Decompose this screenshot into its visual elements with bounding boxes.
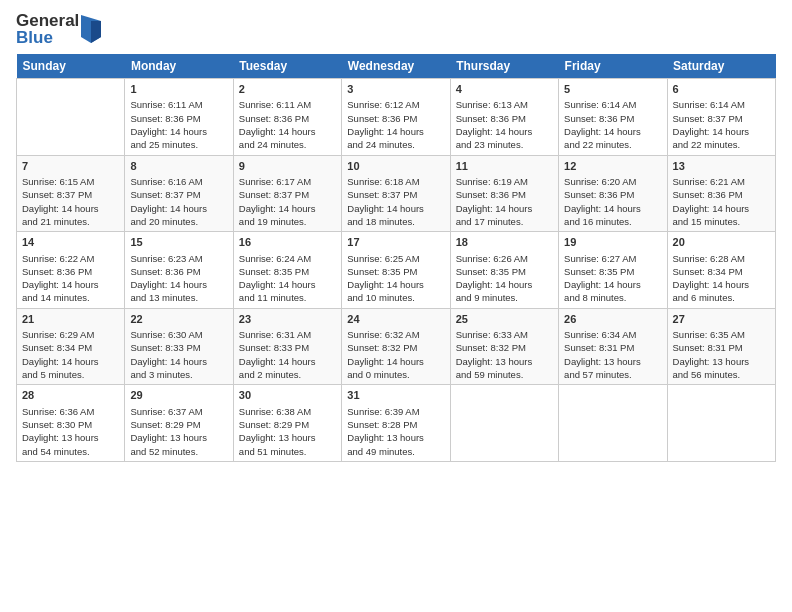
day-4: 4Sunrise: 6:13 AM Sunset: 8:36 PM Daylig… bbox=[450, 79, 558, 156]
day-18: 18Sunrise: 6:26 AM Sunset: 8:35 PM Dayli… bbox=[450, 232, 558, 309]
weekday-monday: Monday bbox=[125, 54, 233, 79]
day-number-30: 30 bbox=[239, 388, 336, 403]
day-number-21: 21 bbox=[22, 312, 119, 327]
logo: General Blue bbox=[16, 12, 101, 46]
day-number-16: 16 bbox=[239, 235, 336, 250]
day-number-6: 6 bbox=[673, 82, 770, 97]
day-info-23: Sunrise: 6:31 AM Sunset: 8:33 PM Dayligh… bbox=[239, 328, 336, 381]
day-number-22: 22 bbox=[130, 312, 227, 327]
day-number-4: 4 bbox=[456, 82, 553, 97]
day-number-24: 24 bbox=[347, 312, 444, 327]
day-number-29: 29 bbox=[130, 388, 227, 403]
day-info-3: Sunrise: 6:12 AM Sunset: 8:36 PM Dayligh… bbox=[347, 98, 444, 151]
day-info-24: Sunrise: 6:32 AM Sunset: 8:32 PM Dayligh… bbox=[347, 328, 444, 381]
day-7: 7Sunrise: 6:15 AM Sunset: 8:37 PM Daylig… bbox=[17, 155, 125, 232]
day-15: 15Sunrise: 6:23 AM Sunset: 8:36 PM Dayli… bbox=[125, 232, 233, 309]
day-info-31: Sunrise: 6:39 AM Sunset: 8:28 PM Dayligh… bbox=[347, 405, 444, 458]
day-16: 16Sunrise: 6:24 AM Sunset: 8:35 PM Dayli… bbox=[233, 232, 341, 309]
logo-icon bbox=[81, 15, 101, 43]
day-empty bbox=[450, 385, 558, 462]
calendar-table: SundayMondayTuesdayWednesdayThursdayFrid… bbox=[16, 54, 776, 462]
day-info-16: Sunrise: 6:24 AM Sunset: 8:35 PM Dayligh… bbox=[239, 252, 336, 305]
day-8: 8Sunrise: 6:16 AM Sunset: 8:37 PM Daylig… bbox=[125, 155, 233, 232]
day-17: 17Sunrise: 6:25 AM Sunset: 8:35 PM Dayli… bbox=[342, 232, 450, 309]
weekday-saturday: Saturday bbox=[667, 54, 775, 79]
day-number-10: 10 bbox=[347, 159, 444, 174]
day-info-25: Sunrise: 6:33 AM Sunset: 8:32 PM Dayligh… bbox=[456, 328, 553, 381]
day-number-8: 8 bbox=[130, 159, 227, 174]
day-number-27: 27 bbox=[673, 312, 770, 327]
day-empty bbox=[17, 79, 125, 156]
weekday-sunday: Sunday bbox=[17, 54, 125, 79]
day-3: 3Sunrise: 6:12 AM Sunset: 8:36 PM Daylig… bbox=[342, 79, 450, 156]
day-info-14: Sunrise: 6:22 AM Sunset: 8:36 PM Dayligh… bbox=[22, 252, 119, 305]
day-number-23: 23 bbox=[239, 312, 336, 327]
day-number-15: 15 bbox=[130, 235, 227, 250]
day-number-19: 19 bbox=[564, 235, 661, 250]
day-number-17: 17 bbox=[347, 235, 444, 250]
day-number-13: 13 bbox=[673, 159, 770, 174]
header: General Blue bbox=[16, 12, 776, 46]
day-info-22: Sunrise: 6:30 AM Sunset: 8:33 PM Dayligh… bbox=[130, 328, 227, 381]
day-info-6: Sunrise: 6:14 AM Sunset: 8:37 PM Dayligh… bbox=[673, 98, 770, 151]
day-info-29: Sunrise: 6:37 AM Sunset: 8:29 PM Dayligh… bbox=[130, 405, 227, 458]
weekday-thursday: Thursday bbox=[450, 54, 558, 79]
day-info-18: Sunrise: 6:26 AM Sunset: 8:35 PM Dayligh… bbox=[456, 252, 553, 305]
day-6: 6Sunrise: 6:14 AM Sunset: 8:37 PM Daylig… bbox=[667, 79, 775, 156]
day-empty bbox=[667, 385, 775, 462]
day-24: 24Sunrise: 6:32 AM Sunset: 8:32 PM Dayli… bbox=[342, 308, 450, 385]
day-number-7: 7 bbox=[22, 159, 119, 174]
day-9: 9Sunrise: 6:17 AM Sunset: 8:37 PM Daylig… bbox=[233, 155, 341, 232]
week-row-4: 21Sunrise: 6:29 AM Sunset: 8:34 PM Dayli… bbox=[17, 308, 776, 385]
day-19: 19Sunrise: 6:27 AM Sunset: 8:35 PM Dayli… bbox=[559, 232, 667, 309]
day-31: 31Sunrise: 6:39 AM Sunset: 8:28 PM Dayli… bbox=[342, 385, 450, 462]
week-row-5: 28Sunrise: 6:36 AM Sunset: 8:30 PM Dayli… bbox=[17, 385, 776, 462]
day-11: 11Sunrise: 6:19 AM Sunset: 8:36 PM Dayli… bbox=[450, 155, 558, 232]
day-number-12: 12 bbox=[564, 159, 661, 174]
weekday-wednesday: Wednesday bbox=[342, 54, 450, 79]
day-10: 10Sunrise: 6:18 AM Sunset: 8:37 PM Dayli… bbox=[342, 155, 450, 232]
day-info-7: Sunrise: 6:15 AM Sunset: 8:37 PM Dayligh… bbox=[22, 175, 119, 228]
day-number-2: 2 bbox=[239, 82, 336, 97]
day-2: 2Sunrise: 6:11 AM Sunset: 8:36 PM Daylig… bbox=[233, 79, 341, 156]
day-26: 26Sunrise: 6:34 AM Sunset: 8:31 PM Dayli… bbox=[559, 308, 667, 385]
week-row-1: 1Sunrise: 6:11 AM Sunset: 8:36 PM Daylig… bbox=[17, 79, 776, 156]
day-5: 5Sunrise: 6:14 AM Sunset: 8:36 PM Daylig… bbox=[559, 79, 667, 156]
day-number-5: 5 bbox=[564, 82, 661, 97]
weekday-tuesday: Tuesday bbox=[233, 54, 341, 79]
day-12: 12Sunrise: 6:20 AM Sunset: 8:36 PM Dayli… bbox=[559, 155, 667, 232]
day-info-30: Sunrise: 6:38 AM Sunset: 8:29 PM Dayligh… bbox=[239, 405, 336, 458]
day-1: 1Sunrise: 6:11 AM Sunset: 8:36 PM Daylig… bbox=[125, 79, 233, 156]
day-number-11: 11 bbox=[456, 159, 553, 174]
day-number-1: 1 bbox=[130, 82, 227, 97]
day-info-17: Sunrise: 6:25 AM Sunset: 8:35 PM Dayligh… bbox=[347, 252, 444, 305]
day-number-9: 9 bbox=[239, 159, 336, 174]
day-23: 23Sunrise: 6:31 AM Sunset: 8:33 PM Dayli… bbox=[233, 308, 341, 385]
day-29: 29Sunrise: 6:37 AM Sunset: 8:29 PM Dayli… bbox=[125, 385, 233, 462]
day-info-12: Sunrise: 6:20 AM Sunset: 8:36 PM Dayligh… bbox=[564, 175, 661, 228]
day-info-11: Sunrise: 6:19 AM Sunset: 8:36 PM Dayligh… bbox=[456, 175, 553, 228]
week-row-2: 7Sunrise: 6:15 AM Sunset: 8:37 PM Daylig… bbox=[17, 155, 776, 232]
day-number-20: 20 bbox=[673, 235, 770, 250]
weekday-header-row: SundayMondayTuesdayWednesdayThursdayFrid… bbox=[17, 54, 776, 79]
page: General Blue SundayMondayTuesdayWednesda… bbox=[0, 0, 792, 612]
day-number-18: 18 bbox=[456, 235, 553, 250]
day-info-27: Sunrise: 6:35 AM Sunset: 8:31 PM Dayligh… bbox=[673, 328, 770, 381]
day-info-28: Sunrise: 6:36 AM Sunset: 8:30 PM Dayligh… bbox=[22, 405, 119, 458]
day-number-28: 28 bbox=[22, 388, 119, 403]
day-28: 28Sunrise: 6:36 AM Sunset: 8:30 PM Dayli… bbox=[17, 385, 125, 462]
day-number-26: 26 bbox=[564, 312, 661, 327]
day-number-3: 3 bbox=[347, 82, 444, 97]
day-21: 21Sunrise: 6:29 AM Sunset: 8:34 PM Dayli… bbox=[17, 308, 125, 385]
day-14: 14Sunrise: 6:22 AM Sunset: 8:36 PM Dayli… bbox=[17, 232, 125, 309]
day-info-1: Sunrise: 6:11 AM Sunset: 8:36 PM Dayligh… bbox=[130, 98, 227, 151]
day-info-21: Sunrise: 6:29 AM Sunset: 8:34 PM Dayligh… bbox=[22, 328, 119, 381]
day-number-25: 25 bbox=[456, 312, 553, 327]
day-22: 22Sunrise: 6:30 AM Sunset: 8:33 PM Dayli… bbox=[125, 308, 233, 385]
day-30: 30Sunrise: 6:38 AM Sunset: 8:29 PM Dayli… bbox=[233, 385, 341, 462]
day-info-5: Sunrise: 6:14 AM Sunset: 8:36 PM Dayligh… bbox=[564, 98, 661, 151]
day-25: 25Sunrise: 6:33 AM Sunset: 8:32 PM Dayli… bbox=[450, 308, 558, 385]
day-info-19: Sunrise: 6:27 AM Sunset: 8:35 PM Dayligh… bbox=[564, 252, 661, 305]
day-info-15: Sunrise: 6:23 AM Sunset: 8:36 PM Dayligh… bbox=[130, 252, 227, 305]
day-info-8: Sunrise: 6:16 AM Sunset: 8:37 PM Dayligh… bbox=[130, 175, 227, 228]
